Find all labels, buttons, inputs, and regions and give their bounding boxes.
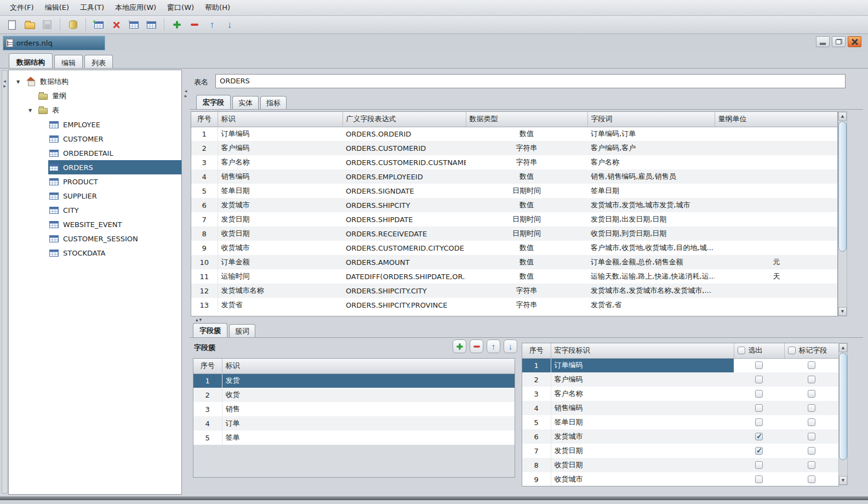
vertical-splitter[interactable]: ◀ ▶: [182, 70, 189, 495]
move-down-button[interactable]: ↓: [222, 18, 237, 32]
add-table-button[interactable]: +: [91, 18, 106, 32]
restore-button[interactable]: [832, 36, 846, 47]
mark-all-checkbox[interactable]: [788, 347, 796, 354]
table-move-up-button[interactable]: ↑: [126, 18, 141, 32]
cluster-field-row[interactable]: 5 签单日期: [522, 415, 839, 429]
mark-checkbox[interactable]: [808, 461, 815, 469]
left-collapse-strip[interactable]: ◀ ▶: [2, 70, 8, 494]
cluster-field-row[interactable]: 9 收货城市: [522, 472, 839, 486]
cluster-field-row[interactable]: 3 客户名称: [522, 387, 839, 401]
tree-item[interactable]: CITY: [9, 203, 181, 217]
column-header[interactable]: 标识: [218, 112, 342, 127]
column-header[interactable]: 选出: [734, 343, 784, 358]
expander-icon[interactable]: ▼: [16, 80, 25, 84]
tree-item[interactable]: ORDERDETAIL: [9, 146, 181, 160]
tree-item[interactable]: WEBSITE_EVENT: [9, 217, 181, 231]
pick-checkbox[interactable]: [755, 404, 763, 412]
save-button[interactable]: [39, 18, 55, 32]
tree-item[interactable]: EMPLOYEE: [9, 117, 181, 132]
column-header[interactable]: 宏字段标识: [551, 343, 734, 358]
pick-checkbox[interactable]: [755, 475, 763, 483]
cluster-row[interactable]: 2 收货: [193, 388, 515, 402]
pick-checkbox[interactable]: [755, 461, 763, 469]
tree-item[interactable]: PRODUCT: [9, 174, 181, 189]
tree-item[interactable]: CUSTOMER: [9, 132, 181, 146]
mark-checkbox[interactable]: [808, 361, 815, 369]
menu-item[interactable]: 编辑(E): [39, 1, 75, 15]
field-tab[interactable]: 实体: [232, 96, 259, 110]
macro-field-row[interactable]: 6 发货城市 ORDERS.SHIPCITY 数值 发货城市,发货地,城市发货,…: [191, 198, 838, 212]
field-tab[interactable]: 宏字段: [196, 95, 231, 110]
macro-field-row[interactable]: 8 收货日期 ORDERS.RECEIVEDATE 日期时间 收货日期,到货日期…: [191, 226, 838, 241]
pick-checkbox[interactable]: [755, 390, 763, 398]
macro-field-row[interactable]: 5 签单日期 ORDERS.SIGNDATE 日期时间 签单日期: [191, 184, 838, 198]
cluster-row[interactable]: 5 签单: [193, 431, 515, 445]
tree-item[interactable]: STOCKDATA: [9, 246, 181, 260]
pick-checkbox[interactable]: [755, 361, 763, 369]
tree-item[interactable]: ▼ 表: [9, 103, 181, 117]
cluster-add-button[interactable]: [453, 339, 466, 353]
menu-item[interactable]: 帮助(H): [199, 1, 236, 15]
column-header[interactable]: 序号: [522, 343, 551, 358]
tree-item[interactable]: ▼ 数据结构: [9, 75, 181, 89]
tree-item[interactable]: SUPPLIER: [9, 189, 181, 203]
mark-checkbox[interactable]: [808, 418, 815, 426]
pick-checkbox[interactable]: [755, 418, 763, 426]
column-header[interactable]: 标记字段: [784, 343, 839, 358]
column-header[interactable]: 字段词: [587, 112, 715, 127]
menu-item[interactable]: 文件(F): [4, 1, 39, 15]
macro-table-scrollbar[interactable]: ▲ ▼: [838, 111, 847, 316]
column-header[interactable]: 序号: [193, 359, 222, 373]
pick-checkbox[interactable]: [755, 376, 763, 383]
close-button[interactable]: [848, 36, 861, 47]
mark-checkbox[interactable]: [808, 475, 815, 483]
open-file-button[interactable]: [22, 18, 37, 32]
macro-field-row[interactable]: 3 客户名称 ORDERS.CUSTOMERID.CUSTNAME 字符串 客户…: [191, 155, 838, 169]
pick-checkbox[interactable]: [755, 433, 763, 440]
mark-checkbox[interactable]: [808, 404, 815, 412]
scrollbar-thumb[interactable]: [838, 121, 847, 252]
column-header[interactable]: 序号: [191, 112, 218, 127]
scroll-down-icon[interactable]: ▼: [838, 307, 847, 316]
cluster-move-down-button[interactable]: ↓: [504, 339, 517, 353]
select-all-checkbox[interactable]: [738, 347, 745, 354]
database-button[interactable]: [65, 18, 81, 32]
scroll-up-icon[interactable]: ▲: [839, 343, 847, 352]
delete-button[interactable]: [108, 18, 124, 32]
macro-field-row[interactable]: 9 收货城市 ORDERS.CUSTOMERID.CITYCODE 数值 客户城…: [191, 241, 838, 255]
tree-item[interactable]: 量纲: [9, 89, 181, 103]
scrollbar-thumb[interactable]: [839, 353, 847, 460]
new-file-button[interactable]: [4, 18, 20, 32]
remove-row-button[interactable]: [187, 18, 202, 32]
menu-item[interactable]: 窗口(W): [162, 1, 199, 15]
mark-checkbox[interactable]: [808, 390, 815, 398]
cluster-move-up-button[interactable]: ↑: [487, 339, 500, 353]
cluster-field-row[interactable]: 7 发货日期: [522, 444, 839, 458]
cluster-field-row[interactable]: 6 发货城市: [522, 429, 839, 444]
pick-checkbox[interactable]: [755, 447, 763, 455]
field-tab[interactable]: 指标: [260, 96, 287, 110]
horizontal-splitter[interactable]: ▲ ▼: [190, 316, 863, 322]
cluster-field-row[interactable]: 1 订单编码: [522, 358, 839, 372]
macro-field-row[interactable]: 1 订单编码 ORDERS.ORDERID 数值 订单编码,订单: [191, 127, 838, 141]
expander-icon[interactable]: ▼: [28, 108, 37, 113]
scroll-up-icon[interactable]: ▲: [838, 112, 847, 121]
macro-field-row[interactable]: 11 运输时间 DATEDIFF(ORDERS.SHIPDATE,OR... 数…: [191, 269, 838, 284]
mark-checkbox[interactable]: [808, 376, 815, 383]
column-header[interactable]: 广义字段表达式: [342, 112, 466, 127]
macro-field-row[interactable]: 13 发货省 ORDERS.SHIPCITY.PROVINCE 字符串 发货省,…: [191, 298, 838, 312]
cluster-tab[interactable]: 字段簇: [193, 323, 227, 338]
tree-item[interactable]: CUSTOMER_SESSION: [9, 231, 181, 246]
macro-field-row[interactable]: 10 订单金额 ORDERS.AMOUNT 数值 订单金额,金额,总价,销售金额…: [191, 255, 838, 269]
cluster-row[interactable]: 1 发货: [193, 373, 515, 388]
move-up-button[interactable]: ↑: [204, 18, 220, 32]
cluster-fields-scrollbar[interactable]: ▲ ▼: [838, 343, 848, 485]
menu-item[interactable]: 工具(T): [75, 1, 110, 15]
mark-checkbox[interactable]: [808, 433, 815, 440]
add-row-button[interactable]: [169, 18, 185, 32]
minimize-button[interactable]: [816, 36, 830, 47]
cluster-tab[interactable]: 簇词: [229, 324, 255, 338]
cluster-row[interactable]: 4 订单: [193, 416, 515, 431]
table-name-input[interactable]: ORDERS: [215, 74, 846, 88]
menu-item[interactable]: 本地应用(W): [110, 1, 162, 15]
